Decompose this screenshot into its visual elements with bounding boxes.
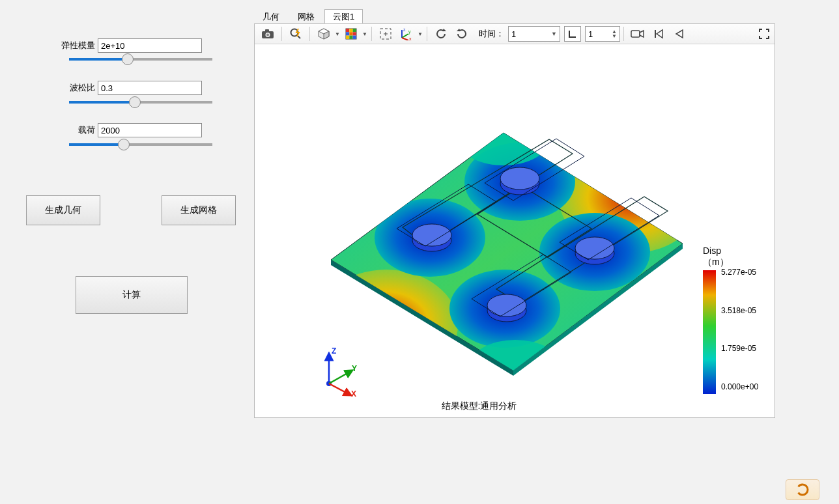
chevron-down-icon: ▼ (551, 31, 557, 37)
param-row-elastic-modulus: 弹性模量 (59, 38, 202, 53)
fullscreen-button[interactable] (754, 25, 774, 43)
svg-rect-30 (631, 31, 640, 37)
svg-point-51 (500, 167, 539, 189)
axes-triad: Z Y X (321, 344, 367, 397)
orientation-dropdown[interactable]: ▼ (417, 31, 423, 37)
param-input-poisson[interactable] (98, 81, 202, 95)
param-input-elastic-modulus[interactable] (98, 38, 202, 53)
tab-geometry[interactable]: 几何 (254, 9, 288, 23)
rubiks-cube-icon (345, 28, 357, 40)
svg-rect-11 (349, 29, 352, 32)
time-label: 时间： (479, 28, 504, 40)
video-camera-icon (631, 29, 645, 39)
generate-mesh-label: 生成网格 (180, 204, 217, 216)
tab-bar: 几何 网格 云图1 (254, 9, 364, 23)
svg-line-63 (329, 384, 348, 394)
play-reverse-icon (674, 29, 685, 39)
taskbar-app-icon[interactable] (786, 479, 819, 500)
rotate-ccw-icon (455, 27, 468, 40)
axis-label-y: Y (352, 364, 357, 373)
svg-point-53 (487, 294, 526, 316)
svg-rect-18 (353, 36, 356, 39)
generate-geometry-button[interactable]: 生成几何 (26, 195, 100, 225)
tab-mesh[interactable]: 网格 (289, 9, 323, 23)
parameter-panel: 弹性模量 波松比 载荷 生成几何 生成网格 计算 (0, 0, 253, 482)
legend-colorbar (703, 270, 716, 394)
slider-thumb-poisson[interactable] (129, 96, 141, 108)
colormap-button[interactable] (341, 25, 361, 43)
svg-line-62 (329, 372, 350, 384)
slider-elastic-modulus[interactable] (69, 58, 212, 61)
svg-point-49 (412, 224, 451, 246)
slider-load[interactable] (69, 143, 212, 146)
deform-scale-button[interactable] (564, 26, 581, 42)
svg-point-3 (266, 34, 269, 36)
param-input-load[interactable] (98, 123, 202, 137)
shading-dropdown[interactable]: ▼ (334, 31, 341, 37)
orientation-button[interactable]: z y x (397, 25, 416, 43)
slider-thumb-elastic-modulus[interactable] (122, 53, 134, 65)
axis-label-x: X (351, 389, 356, 399)
spinner-arrows-icon: ▲▼ (612, 29, 617, 38)
svg-rect-16 (346, 36, 349, 39)
right-angle-icon (567, 29, 578, 39)
legend-tick-2: 1.759e-05 (721, 344, 758, 353)
param-row-load: 载荷 (59, 122, 202, 138)
svg-marker-33 (657, 30, 662, 38)
time-select[interactable]: 1 ▼ (508, 26, 560, 42)
generate-mesh-button[interactable]: 生成网格 (162, 195, 236, 225)
svg-rect-12 (353, 29, 356, 32)
svg-point-65 (797, 484, 808, 495)
skip-first-icon (653, 29, 664, 39)
slider-poisson[interactable] (69, 101, 212, 104)
axis-label-z: Z (332, 346, 336, 356)
fit-view-button[interactable] (376, 25, 395, 43)
rotate-cw-button[interactable] (431, 25, 451, 43)
svg-line-24 (402, 34, 408, 38)
fullscreen-icon (759, 29, 769, 39)
screenshot-button[interactable] (258, 25, 277, 43)
camera-icon (261, 29, 274, 39)
svg-rect-17 (349, 36, 352, 39)
svg-marker-34 (676, 30, 683, 38)
fit-view-icon (379, 27, 392, 40)
compute-label: 计算 (122, 289, 141, 301)
color-legend: Disp （m） 5.277e-05 3.518e-05 1.759e-05 0… (703, 245, 767, 394)
animation-first-button[interactable] (649, 25, 668, 43)
axes-triad-icon: z y x (399, 27, 414, 40)
svg-rect-10 (346, 29, 349, 32)
rotate-cw-icon (434, 27, 448, 40)
tab-contour[interactable]: 云图1 (324, 9, 363, 23)
svg-point-45 (458, 113, 549, 165)
legend-tick-0: 5.277e-05 (721, 268, 758, 277)
param-row-poisson: 波松比 (59, 80, 202, 96)
magnifier-lightning-icon (289, 27, 302, 40)
legend-tick-3: 0.000e+00 (721, 382, 758, 391)
svg-text:x: x (409, 36, 412, 40)
slider-thumb-load[interactable] (118, 139, 130, 150)
generate-geometry-label: 生成几何 (45, 204, 81, 216)
app-swirl-icon (796, 483, 809, 496)
svg-line-26 (402, 38, 408, 40)
result-canvas[interactable]: Z Y X 结果模型:通用分析 (256, 45, 702, 416)
param-label-poisson: 波松比 (59, 82, 95, 94)
svg-marker-31 (640, 31, 644, 37)
svg-text:z: z (403, 27, 406, 32)
probe-button[interactable] (286, 25, 306, 43)
deform-scale-spinner[interactable]: 1 ▲▼ (585, 26, 620, 42)
viewport-toolbar: ▼ ▼ z y x ▼ (255, 24, 775, 44)
shading-button[interactable] (314, 25, 334, 43)
param-label-elastic-modulus: 弹性模量 (59, 40, 95, 51)
rotate-ccw-button[interactable] (452, 25, 472, 43)
legend-tick-1: 3.518e-05 (721, 306, 758, 315)
svg-rect-1 (265, 29, 269, 32)
legend-title: Disp （m） (703, 245, 767, 268)
svg-rect-13 (346, 32, 349, 35)
compute-button[interactable]: 计算 (76, 276, 188, 314)
legend-ticks: 5.277e-05 3.518e-05 1.759e-05 0.000e+00 (721, 268, 758, 391)
animation-record-button[interactable] (628, 25, 647, 43)
param-label-load: 载荷 (59, 124, 95, 136)
colormap-dropdown[interactable]: ▼ (362, 31, 368, 37)
animation-prev-button[interactable] (670, 25, 689, 43)
svg-rect-64 (703, 270, 716, 394)
